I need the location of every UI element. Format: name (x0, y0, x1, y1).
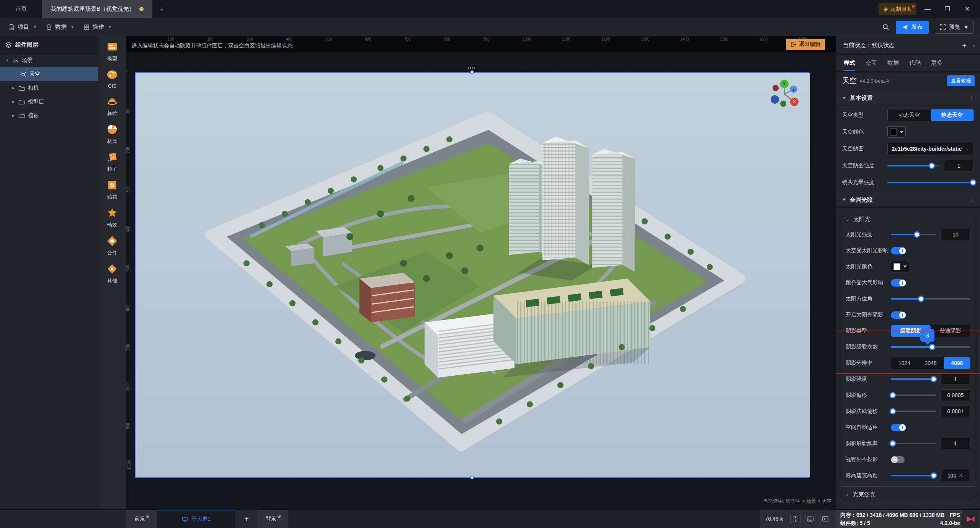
sky-affected-toggle[interactable] (891, 247, 906, 254)
shadow-bias-slider[interactable] (891, 394, 936, 396)
menu-data[interactable]: 数据▼ (46, 23, 74, 31)
asset-decal[interactable]: 贴花 (106, 179, 119, 200)
menu-project[interactable]: 项目▼ (8, 23, 37, 31)
sky-type-dynamic[interactable]: 动态天空 (888, 109, 931, 121)
asset-particle[interactable]: 粒子 (106, 151, 119, 173)
asset-gis[interactable]: GIS (106, 68, 119, 89)
menu-action[interactable]: 操作▼ (83, 23, 112, 31)
keyboard-shortcuts-button[interactable] (805, 514, 815, 524)
resolution-4096[interactable]: 4096 (944, 357, 970, 369)
tab-code[interactable]: 代码 (909, 55, 921, 71)
tab-document-active[interactable]: 我的建筑底座场景B（视觉优先） (42, 0, 152, 18)
caret-collapsed-icon[interactable]: ▶ (11, 114, 15, 117)
screen-artboard[interactable]: Y Z X (135, 72, 809, 478)
caret-collapsed-icon[interactable]: ▶ (11, 86, 15, 90)
menu-action-label: 操作 (93, 23, 104, 31)
sky-type-static[interactable]: 静态天空 (931, 109, 973, 121)
expand-state-button[interactable]: › (973, 42, 975, 49)
sun-azimuth-slider[interactable] (891, 298, 970, 300)
tree-item-model-layer[interactable]: ▶ 模型层 (0, 95, 98, 109)
editor-canvas[interactable]: 1002003004005006007008009001000110012001… (126, 36, 836, 509)
sky-map-intensity-input[interactable]: 1 (944, 160, 974, 171)
section-menu-icon[interactable]: ⋮ (969, 197, 974, 203)
fit-screen-button[interactable] (790, 514, 800, 524)
asset-mark[interactable]: 标绘 (106, 95, 119, 117)
asset-other[interactable]: 其他 (106, 262, 119, 284)
custom-service-button[interactable]: ◈ 定制服务 (879, 3, 916, 15)
restore-button[interactable]: ❐ (939, 0, 956, 18)
atmosphere-color-toggle[interactable] (891, 279, 906, 287)
foreground-tab[interactable]: 前景 ⊕ (126, 510, 157, 528)
tree-item-vegetation[interactable]: ▶ 植被 (0, 109, 98, 122)
minimize-button[interactable]: — (919, 0, 936, 18)
current-state-row: 当前状态：默认状态 + › (836, 36, 980, 55)
sun-intensity-input[interactable]: 10 (941, 229, 970, 240)
sky-map-intensity-slider[interactable] (887, 165, 939, 166)
tab-interact[interactable]: 交互 (866, 55, 877, 71)
asset-anim[interactable]: 动效 (106, 207, 119, 228)
row-label: 阴影级联次数 (846, 344, 891, 350)
tree-item-camera[interactable]: ▶ 相机 (0, 81, 98, 95)
shadow-normal-bias-input[interactable]: 0.0001 (941, 406, 970, 417)
resolution-1024[interactable]: 1024 (891, 357, 918, 369)
shadow-type-normal[interactable]: 普通阴影 (931, 325, 970, 337)
asset-material[interactable]: 材质 (106, 123, 119, 145)
sky-map-select[interactable]: 2e1b5e28/city-builder/static ⌄ (887, 143, 974, 155)
search-icon[interactable] (882, 23, 890, 31)
publish-button[interactable]: 发布 (896, 21, 929, 34)
shadow-strength-slider[interactable] (891, 378, 936, 380)
resize-handle-bottom[interactable] (470, 476, 474, 479)
section-menu-icon[interactable]: ⋮ (969, 95, 974, 101)
caret-expanded-icon[interactable]: ▼ (5, 59, 9, 62)
ruler-vertical: 01002003004005006007008009001000 (126, 36, 135, 509)
new-tab-button[interactable]: + (152, 0, 172, 18)
axis-gizmo[interactable]: Y Z X (770, 79, 799, 109)
resolution-2048[interactable]: 2048 (918, 357, 944, 369)
tab-style[interactable]: 样式 (844, 55, 855, 71)
shadow-bias-input[interactable]: 0.0005 (941, 389, 970, 401)
screen-tab-active[interactable]: 子大屏1 (157, 510, 235, 528)
section-beam-bloom[interactable]: › 光束泛光 (840, 486, 976, 502)
caret-collapsed-icon[interactable]: ▶ (11, 100, 15, 104)
add-state-button[interactable]: + (962, 41, 967, 50)
shadow-refresh-slider[interactable] (891, 443, 936, 444)
view-tutorial-button[interactable]: 查看教程 (947, 75, 975, 86)
space-auto-fit-toggle[interactable] (891, 424, 906, 431)
add-background-icon[interactable]: ⊕ (277, 513, 281, 519)
tree-item-label: 相机 (28, 85, 39, 91)
sun-shadow-toggle[interactable] (891, 311, 906, 319)
tree-item-scene[interactable]: ▼ 场景 (0, 54, 98, 67)
tab-data[interactable]: 数据 (887, 55, 899, 71)
sun-light-header[interactable]: ⌄ 太阳光 (846, 212, 970, 227)
no-cast-outside-toggle[interactable] (891, 456, 905, 463)
resize-handle-top[interactable] (470, 70, 474, 74)
sky-color-picker[interactable] (887, 126, 906, 138)
ruler-tick-label: 1600 (759, 37, 768, 41)
add-screen-button[interactable]: + (235, 510, 258, 528)
background-tab[interactable]: 背景 ⊕ (258, 510, 288, 528)
lens-flare-slider[interactable] (887, 182, 974, 183)
max-building-height-input[interactable]: 100 米 (941, 470, 970, 481)
add-foreground-icon[interactable]: ⊕ (146, 513, 150, 519)
shadow-strength-input[interactable]: 1 (941, 373, 970, 385)
tree-item-sky[interactable]: 天空 (0, 67, 98, 81)
tab-more[interactable]: 更多 (931, 55, 942, 71)
console-button[interactable] (820, 514, 830, 524)
shadow-normal-bias-slider[interactable] (891, 411, 936, 412)
section-basic-settings[interactable]: 基本设置 ⋮ (836, 90, 980, 106)
tab-home[interactable]: 首页 (0, 0, 42, 18)
unit-label: 米 (959, 472, 964, 479)
sun-light-title: 太阳光 (853, 216, 871, 223)
max-building-height-slider[interactable] (891, 475, 936, 476)
sun-intensity-slider[interactable] (891, 234, 936, 235)
cascade-count-slider[interactable] (891, 346, 970, 348)
sun-color-picker[interactable] (891, 261, 909, 272)
asset-kit[interactable]: 套件 (106, 235, 119, 256)
close-button[interactable]: ✕ (959, 0, 976, 18)
zoom-value[interactable]: 76.46% (765, 516, 783, 522)
section-global-light[interactable]: 全局光照 ⋮ (836, 192, 980, 208)
asset-model[interactable]: 模型 (106, 40, 119, 62)
preview-button[interactable]: 预览 ▼ (935, 21, 974, 34)
shadow-refresh-input[interactable]: 1 (941, 438, 970, 449)
drag-grip-icon[interactable] (468, 67, 476, 70)
